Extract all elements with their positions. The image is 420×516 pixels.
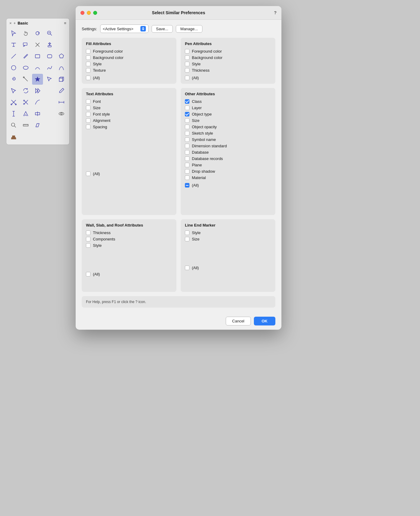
lineend-style-item[interactable]: Style — [185, 230, 271, 235]
tool-ruler[interactable] — [20, 120, 31, 131]
text-size-item[interactable]: Size — [86, 106, 172, 110]
tool-spiral[interactable] — [8, 74, 19, 85]
lineend-all-checkbox[interactable] — [185, 266, 189, 270]
other-symbolname-item[interactable]: Symbol name — [185, 137, 271, 142]
wall-style-checkbox[interactable] — [86, 243, 90, 248]
ok-button[interactable]: OK — [254, 317, 276, 325]
other-objecttype-item[interactable]: Object type — [185, 112, 271, 116]
tool-rounded-rect[interactable] — [44, 51, 55, 62]
tool-parallelogram[interactable] — [32, 120, 43, 131]
tool-arc[interactable] — [32, 62, 43, 73]
pen-background-item[interactable]: Background color — [185, 55, 271, 60]
other-dropshadow-item[interactable]: Drop shadow — [185, 169, 271, 174]
other-dbrecords-item[interactable]: Database records — [185, 156, 271, 161]
other-objecttype-checkbox[interactable] — [185, 112, 189, 116]
text-all-row[interactable]: (All) — [86, 129, 172, 176]
tool-dim-tab[interactable] — [32, 108, 43, 119]
other-database-checkbox[interactable] — [185, 150, 189, 155]
wall-components-item[interactable]: Components — [86, 237, 172, 241]
other-dimstandard-checkbox[interactable] — [185, 144, 189, 148]
other-all-row[interactable]: (All) — [185, 183, 271, 188]
text-fontstyle-item[interactable]: Font style — [86, 112, 172, 116]
wall-thickness-checkbox[interactable] — [86, 230, 90, 235]
fill-style-item[interactable]: Style — [86, 62, 172, 66]
pen-style-item[interactable]: Style — [185, 62, 271, 66]
text-spacing-item[interactable]: Spacing — [86, 125, 172, 129]
other-opacity-checkbox[interactable] — [185, 125, 189, 129]
tool-eye[interactable] — [56, 108, 67, 119]
other-material-item[interactable]: Material — [185, 175, 271, 180]
fill-background-checkbox[interactable] — [86, 55, 90, 60]
fill-texture-checkbox[interactable] — [86, 68, 90, 73]
other-size-checkbox[interactable] — [185, 118, 189, 123]
tool-dim-v[interactable] — [8, 108, 19, 119]
pen-thickness-item[interactable]: Thickness — [185, 68, 271, 73]
tool-push-pull[interactable] — [44, 39, 55, 50]
lineend-size-item[interactable]: Size — [185, 237, 271, 241]
tool-freehand[interactable] — [44, 62, 55, 73]
text-font-checkbox[interactable] — [86, 99, 90, 104]
tool-stamp[interactable] — [8, 131, 19, 142]
wall-components-checkbox[interactable] — [86, 237, 90, 241]
other-plane-item[interactable]: Plane — [185, 163, 271, 167]
traffic-light-maximize[interactable] — [93, 11, 97, 15]
tool-zoom[interactable] — [44, 28, 55, 39]
tool-polygon[interactable] — [56, 51, 67, 62]
other-database-item[interactable]: Database — [185, 150, 271, 155]
tool-scissors[interactable] — [20, 97, 31, 108]
other-dbrecords-checkbox[interactable] — [185, 156, 189, 161]
tool-bezier[interactable] — [56, 62, 67, 73]
save-button[interactable]: Save... — [152, 25, 173, 33]
fill-foreground-checkbox[interactable] — [86, 49, 90, 54]
wall-all-row[interactable]: (All) — [86, 248, 172, 276]
traffic-light-minimize[interactable] — [87, 11, 91, 15]
pen-background-checkbox[interactable] — [185, 55, 189, 60]
other-dimstandard-item[interactable]: Dimension standard — [185, 144, 271, 148]
toolbar-add-icon[interactable]: + — [14, 21, 16, 25]
pen-style-checkbox[interactable] — [185, 62, 189, 66]
other-layer-item[interactable]: Layer — [185, 106, 271, 110]
lineend-size-checkbox[interactable] — [185, 237, 189, 241]
other-dropshadow-checkbox[interactable] — [185, 169, 189, 174]
tool-line[interactable] — [8, 51, 19, 62]
text-spacing-checkbox[interactable] — [86, 125, 90, 129]
lineend-all-row[interactable]: (All) — [185, 241, 271, 270]
tool-rotate2[interactable] — [20, 85, 31, 96]
tool-3dbox[interactable] — [56, 74, 67, 85]
pen-all-checkbox[interactable] — [185, 76, 189, 80]
other-all-checkbox[interactable] — [185, 183, 189, 188]
tool-arrow-select[interactable] — [8, 85, 19, 96]
pen-foreground-item[interactable]: Foreground color — [185, 49, 271, 54]
wall-all-checkbox[interactable] — [86, 272, 90, 276]
fill-style-checkbox[interactable] — [86, 62, 90, 66]
text-size-checkbox[interactable] — [86, 106, 90, 110]
text-alignment-checkbox[interactable] — [86, 118, 90, 123]
tool-rotate-view[interactable] — [32, 28, 43, 39]
tool-text[interactable] — [8, 39, 19, 50]
other-plane-checkbox[interactable] — [185, 163, 189, 167]
wall-style-item[interactable]: Style — [86, 243, 172, 248]
toolbar-close-icon[interactable]: × — [9, 21, 12, 25]
lineend-style-checkbox[interactable] — [185, 230, 189, 235]
tool-fast-forward[interactable] — [32, 85, 43, 96]
tool-callout[interactable] — [20, 39, 31, 50]
tool-trim[interactable] — [8, 97, 19, 108]
pen-foreground-checkbox[interactable] — [185, 49, 189, 54]
other-layer-checkbox[interactable] — [185, 106, 189, 110]
other-sketchstyle-item[interactable]: Sketch style — [185, 131, 271, 136]
tool-magic-wand[interactable] — [20, 74, 31, 85]
pen-all-row[interactable]: (All) — [185, 76, 271, 80]
text-all-checkbox[interactable] — [86, 171, 90, 176]
fill-foreground-item[interactable]: Foreground color — [86, 49, 172, 54]
tool-dim-angle[interactable] — [20, 108, 31, 119]
other-class-item[interactable]: Class — [185, 99, 271, 104]
text-font-item[interactable]: Font — [86, 99, 172, 104]
fill-background-item[interactable]: Background color — [86, 55, 172, 60]
traffic-light-close[interactable] — [80, 11, 84, 15]
tool-hand[interactable] — [20, 28, 31, 39]
tool-pencil[interactable] — [56, 85, 67, 96]
other-opacity-item[interactable]: Object opacity — [185, 125, 271, 129]
fill-all-checkbox[interactable] — [86, 76, 90, 80]
other-size-item[interactable]: Size — [185, 118, 271, 123]
pen-thickness-checkbox[interactable] — [185, 68, 189, 73]
